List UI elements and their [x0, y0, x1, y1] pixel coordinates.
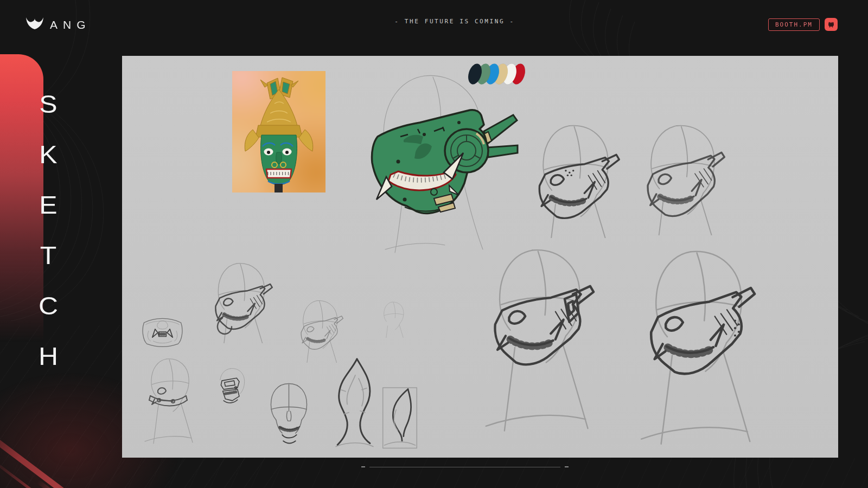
- divider-dash: [565, 466, 569, 467]
- thai-mask-illustration: [232, 71, 326, 192]
- sketch-masked-head-large-2: [627, 247, 762, 449]
- tagline: - THE FUTURE IS COMING -: [394, 18, 514, 25]
- sketch-visor-skull: [209, 365, 252, 416]
- divider-line: [369, 467, 560, 467]
- title-letter: K: [39, 142, 57, 168]
- sketch-blank-head: [377, 301, 409, 338]
- sketch-head-faint-mask: [291, 299, 346, 363]
- sketch-masked-head-right-2: [629, 122, 730, 235]
- sketch-masked-head-right-1: [521, 122, 624, 238]
- sketch-front-mask-small: [139, 315, 186, 349]
- sketch-skull-front: [266, 380, 312, 451]
- booth-link-group: BOOTH.PM: [768, 18, 838, 31]
- title-letter: C: [39, 293, 58, 319]
- sketch-canvas: [122, 56, 838, 458]
- sketch-masked-head-hoop: [202, 261, 276, 343]
- sketch-head-jaw-band: [138, 357, 198, 446]
- title-letter: E: [39, 192, 57, 218]
- reference-photo-thai-mask: [232, 71, 326, 192]
- title-letter: T: [40, 242, 57, 268]
- vertical-title-sketch: S K E T C H: [30, 90, 66, 370]
- title-letter: S: [39, 91, 57, 117]
- divider-dash: [361, 466, 365, 467]
- brand-logo: ANG: [25, 16, 91, 31]
- brand-text: ANG: [50, 17, 91, 31]
- title-letter: H: [39, 343, 58, 369]
- sketch-flame-ornament-1: [331, 357, 380, 451]
- sketch-flame-ornament-2: [381, 380, 418, 451]
- page: ANG - THE FUTURE IS COMING - BOOTH.PM S …: [0, 0, 868, 488]
- color-palette: [473, 63, 525, 85]
- concept-green-mask: [353, 70, 521, 260]
- footer-divider: [361, 466, 569, 467]
- sketch-masked-head-large-1: [472, 246, 599, 435]
- booth-pm-button[interactable]: BOOTH.PM: [768, 18, 820, 31]
- booth-mascot-icon[interactable]: [825, 18, 838, 31]
- wang-horns-icon: [25, 16, 44, 31]
